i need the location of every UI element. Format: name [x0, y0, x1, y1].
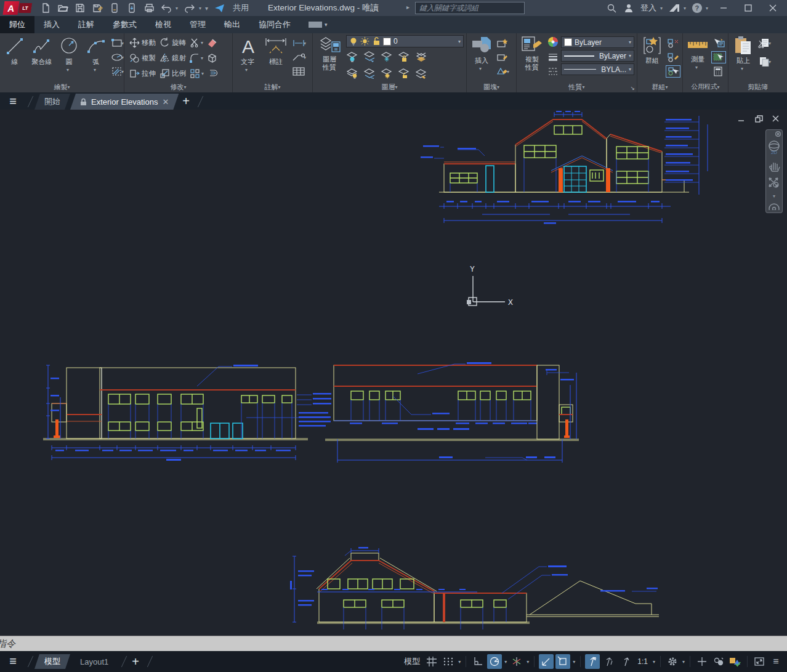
trim-caret-icon[interactable]: ▾: [201, 40, 203, 46]
snap-caret-icon[interactable]: ▾: [458, 659, 461, 665]
save-icon[interactable]: [75, 2, 86, 14]
group-button[interactable]: 群組: [640, 35, 664, 65]
edit-block-icon[interactable]: [496, 52, 509, 62]
minimize-button[interactable]: [714, 1, 733, 15]
group-edit-icon[interactable]: [667, 52, 679, 62]
tab-view[interactable]: 檢視: [146, 16, 180, 33]
panel-annotate-footer[interactable]: 註解▾: [233, 81, 312, 92]
ucs-icon[interactable]: Y X: [461, 264, 516, 310]
layer-make-current-icon[interactable]: [415, 51, 427, 62]
redo-icon[interactable]: [184, 2, 195, 14]
scale-button[interactable]: 比例: [159, 68, 186, 79]
layer-thaw2-icon[interactable]: [381, 68, 393, 79]
tab-manage[interactable]: 管理: [180, 16, 215, 33]
match-properties-button[interactable]: 複製性質: [519, 35, 545, 72]
leader-caret-icon[interactable]: ▾: [304, 55, 306, 60]
model-tab[interactable]: 模型: [34, 654, 70, 669]
scale-caret-icon[interactable]: ▾: [653, 659, 655, 665]
tab-collaborate[interactable]: 協同合作: [249, 16, 300, 33]
ellipse-caret-icon[interactable]: ▾: [121, 55, 124, 60]
layer-unlock2-icon[interactable]: [398, 68, 410, 79]
orbit-icon[interactable]: [768, 203, 780, 210]
navbar-close-icon[interactable]: [775, 131, 781, 137]
close-button[interactable]: [764, 1, 782, 15]
mirror-button[interactable]: 鏡射: [159, 53, 186, 63]
paste-button[interactable]: 貼上▾: [731, 35, 756, 73]
share-label[interactable]: 共用: [233, 2, 249, 14]
polyline-button[interactable]: 聚合線: [30, 35, 54, 67]
status-customize-menu-icon[interactable]: ≡: [769, 654, 783, 669]
open-folder-icon[interactable]: [57, 2, 68, 14]
rectangle-caret-icon[interactable]: ▾: [121, 41, 124, 46]
layer-freeze-icon[interactable]: [381, 51, 393, 62]
quick-calc-select-icon[interactable]: [712, 52, 725, 62]
maximize-button[interactable]: [739, 1, 757, 15]
object-color-combo[interactable]: ByLayer▾: [561, 36, 634, 48]
quick-select-icon[interactable]: [712, 38, 725, 48]
offset-button[interactable]: [208, 68, 218, 78]
drawing-restore-icon[interactable]: [754, 115, 764, 123]
undo-icon[interactable]: [161, 2, 172, 14]
fillet-caret-icon[interactable]: ▾: [201, 55, 203, 61]
panel-groups-footer[interactable]: 群組▾: [637, 81, 682, 92]
text-button[interactable]: A 文字▾: [235, 35, 260, 75]
stretch-button[interactable]: 拉伸: [129, 68, 156, 79]
annotation-scale-value[interactable]: 1:1: [635, 657, 650, 666]
cut-caret-icon[interactable]: ▾: [769, 41, 771, 46]
customization-gear-icon[interactable]: [665, 654, 680, 669]
array-caret-icon[interactable]: ▾: [201, 71, 204, 76]
annotation-scale-icon[interactable]: [618, 654, 633, 669]
autodesk-logo-icon[interactable]: [669, 2, 680, 14]
panel-draw-footer[interactable]: 繪製▾: [0, 81, 124, 92]
object-snap-tracking-toggle-icon[interactable]: [539, 654, 554, 669]
drawing-close-icon[interactable]: [771, 115, 781, 123]
save-to-web-mobile-icon[interactable]: [126, 2, 137, 14]
panel-block-footer[interactable]: 圖塊▾: [467, 81, 516, 92]
panel-modify-footer[interactable]: 修改▾: [124, 81, 232, 92]
layer-select-combo[interactable]: 0 ▾: [346, 35, 464, 47]
file-tab-start[interactable]: 開始: [34, 94, 70, 110]
drawing-canvas[interactable]: 2D ▾ Y X: [0, 110, 787, 636]
erase-button[interactable]: [207, 38, 217, 47]
osnap-caret-icon[interactable]: ▾: [573, 659, 575, 665]
clean-screen-icon[interactable]: [752, 654, 767, 669]
layer-on2-icon[interactable]: [346, 68, 358, 79]
user-icon[interactable]: [623, 2, 634, 14]
layer-unisolate-icon[interactable]: [363, 68, 376, 79]
open-from-web-mobile-icon[interactable]: [109, 2, 120, 14]
layer-match-icon[interactable]: [415, 68, 427, 79]
layout-menu-icon[interactable]: ≡: [5, 654, 21, 670]
ribbon-display-toggle[interactable]: ▾: [309, 16, 328, 33]
line-button[interactable]: 線: [2, 35, 27, 67]
command-line[interactable]: 指令: [0, 636, 787, 651]
layer-off-icon[interactable]: [346, 51, 358, 62]
calculator-icon[interactable]: [712, 67, 724, 76]
crosshair-icon[interactable]: [695, 654, 709, 669]
panel-properties-footer[interactable]: 性質▾: [517, 81, 637, 92]
group-selection-toggle-icon[interactable]: [667, 67, 679, 76]
close-file-tab-icon[interactable]: ✕: [162, 97, 169, 107]
insert-block-button[interactable]: 插入▾: [469, 35, 494, 73]
measure-button[interactable]: 測量▾: [685, 35, 710, 72]
redo-caret-icon[interactable]: ▾: [199, 6, 201, 11]
file-tab-document[interactable]: Exterior Elevations ✕: [70, 94, 179, 110]
tab-annotate[interactable]: 註解: [69, 16, 103, 33]
customize-qat-caret-icon[interactable]: ▾: [205, 5, 208, 12]
layer-isolate-icon[interactable]: [363, 51, 376, 62]
lineweight-combo[interactable]: ByLayer▾: [561, 50, 634, 62]
layer-properties-button[interactable]: 圖層性質: [315, 35, 344, 72]
model-space-label[interactable]: 模型: [402, 656, 422, 667]
zoom-caret-icon[interactable]: ▾: [773, 193, 775, 199]
object-snap-toggle-icon[interactable]: [555, 654, 570, 669]
grid-toggle-icon[interactable]: [424, 654, 439, 669]
color-wheel-icon[interactable]: [547, 36, 559, 47]
dimension-button[interactable]: 標註: [262, 35, 289, 67]
table-icon[interactable]: [292, 67, 305, 76]
create-block-icon[interactable]: [496, 38, 509, 48]
panel-utilities-footer[interactable]: 公用程式▾: [683, 81, 728, 92]
zoom-extents-icon[interactable]: [767, 176, 781, 190]
circle-button[interactable]: 圓▾: [57, 35, 81, 75]
plot-icon[interactable]: [143, 2, 155, 14]
new-file-icon[interactable]: [40, 2, 51, 14]
linetype-icon[interactable]: [547, 67, 559, 76]
